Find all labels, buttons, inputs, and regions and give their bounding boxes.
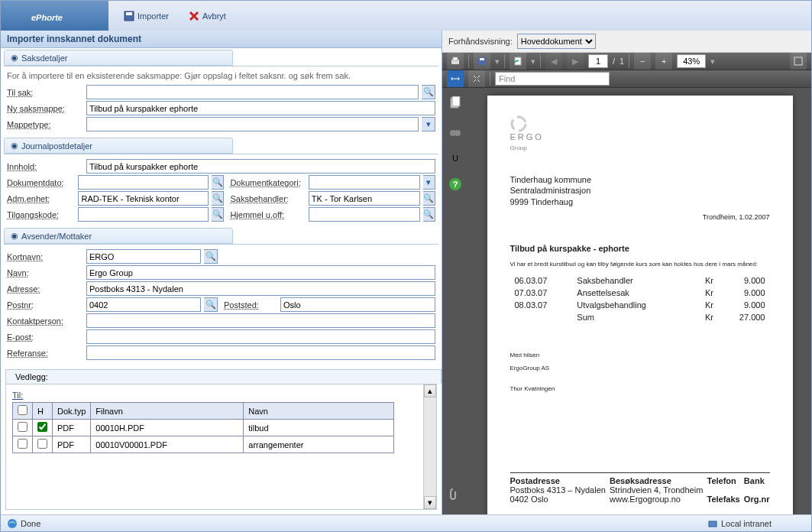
ny-saksmappe-label: Ny saksmappe:: [7, 104, 83, 113]
zone-icon: [707, 518, 718, 529]
save-icon[interactable]: [474, 53, 490, 70]
preview-label: Forhåndsvisning:: [448, 37, 513, 46]
kontakt-input[interactable]: [86, 313, 435, 328]
dokdato-input[interactable]: [78, 175, 209, 190]
saksbehandler-label: Saksbehandler:: [230, 194, 305, 203]
help-icon[interactable]: ?: [448, 177, 463, 192]
tilgang-input[interactable]: [78, 207, 209, 222]
admenhet-input[interactable]: [78, 191, 209, 206]
admenhet-label: Adm.enhet:: [7, 194, 75, 203]
dokdato-lookup[interactable]: 🔍: [212, 175, 224, 190]
mappetype-input[interactable]: [86, 117, 419, 131]
doc-intro: Vi har et bredt kurstilbud og kan tilby …: [510, 261, 770, 268]
attach-icon[interactable]: [510, 53, 526, 70]
hjemmel-lookup[interactable]: 🔍: [423, 207, 435, 222]
col-navn: Navn: [244, 403, 394, 420]
postnr-lookup[interactable]: 🔍: [204, 297, 218, 312]
zoom-input[interactable]: [677, 54, 706, 68]
kortnavn-lookup[interactable]: 🔍: [204, 249, 218, 264]
status-zone: Local intranet: [721, 519, 772, 528]
adresse-input[interactable]: [86, 281, 435, 296]
row-select-checkbox[interactable]: [18, 439, 27, 449]
svg-rect-1: [126, 12, 132, 15]
page-current-input[interactable]: [588, 54, 608, 68]
tab-vedlegg[interactable]: Vedlegg:: [5, 369, 442, 384]
page-title: Importer innskannet dokument: [1, 31, 442, 48]
doc-logo: ERGO: [510, 132, 770, 141]
epost-label: E-post:: [7, 332, 83, 342]
mappetype-label: Mappetype:: [7, 120, 83, 129]
document-page: ERGO Group Tinderhaug kommune Sentraladm…: [487, 96, 793, 514]
next-page-icon[interactable]: ▶: [567, 53, 584, 70]
adresse-label: Adresse:: [7, 284, 83, 294]
status-done: Done: [21, 519, 40, 528]
ergo-logo-icon: [510, 115, 527, 132]
saksbehandler-input[interactable]: [309, 191, 420, 206]
attachment-panel-icon[interactable]: [448, 487, 463, 502]
poststed-label: Poststed:: [224, 300, 277, 310]
poststed-input[interactable]: [280, 297, 435, 312]
admenhet-lookup[interactable]: 🔍: [212, 191, 224, 206]
svg-rect-5: [453, 57, 458, 60]
app-header: ePhorte Importer Avbryt: [1, 1, 811, 31]
til-sak-input[interactable]: [86, 85, 419, 99]
dokkat-dropdown[interactable]: ▾: [423, 175, 435, 190]
svg-point-14: [455, 130, 461, 136]
svg-rect-10: [794, 57, 802, 65]
save-icon: [124, 11, 134, 21]
table-row[interactable]: PDF 00010H.PDF tilbud: [13, 420, 394, 436]
svg-point-19: [512, 117, 526, 131]
postnr-input[interactable]: [86, 297, 201, 312]
preview-select[interactable]: Hoveddokument: [517, 34, 596, 49]
import-button[interactable]: Importer: [116, 8, 176, 24]
fit-page-icon[interactable]: [468, 70, 485, 87]
tilgang-label: Tilgangskode:: [7, 210, 75, 219]
scroll-up[interactable]: ▴: [424, 384, 436, 397]
ny-saksmappe-input[interactable]: [86, 101, 435, 115]
vedlegg-table: H Dok.typ Filnavn Navn PDF 00010H.PDF ti…: [12, 402, 394, 453]
row-select-checkbox[interactable]: [18, 422, 27, 432]
find-input[interactable]: [495, 72, 610, 86]
dokkat-input[interactable]: [309, 175, 420, 190]
zoom-in-icon[interactable]: +: [655, 53, 672, 70]
hjemmel-input[interactable]: [309, 207, 420, 222]
doc-date: Trondheim, 1.02.2007: [510, 213, 770, 221]
kortnavn-input[interactable]: [86, 249, 201, 264]
status-bar: Done Local intranet: [1, 514, 811, 531]
print-icon[interactable]: [447, 53, 464, 70]
mappetype-dropdown[interactable]: ▾: [422, 117, 435, 131]
row-h-checkbox[interactable]: [37, 422, 47, 432]
til-sak-lookup[interactable]: 🔍: [422, 85, 435, 99]
section-saksdetaljer-header[interactable]: ◉ Saksdetaljer: [4, 50, 233, 66]
epost-input[interactable]: [86, 329, 435, 344]
referanse-input[interactable]: [86, 345, 435, 360]
navn-input[interactable]: [86, 265, 435, 280]
scrollbar[interactable]: ▴ ▾: [423, 384, 436, 509]
table-row[interactable]: PDF 00010V00001.PDF arrangementer: [13, 436, 394, 453]
section-journal-header[interactable]: ◉ Journalpostdetaljer: [4, 138, 233, 154]
dokdato-label: Dokumentdato:: [7, 178, 75, 187]
select-all-checkbox[interactable]: [18, 405, 27, 415]
cancel-icon: [189, 11, 199, 21]
page-sep: /: [613, 57, 615, 66]
pages-panel-icon[interactable]: [448, 96, 463, 111]
hjemmel-label: Hjemmel u.off:: [230, 210, 305, 219]
innhold-input[interactable]: [86, 159, 435, 174]
col-doktyp: Dok.typ: [53, 403, 91, 420]
cancel-button[interactable]: Avbryt: [181, 8, 234, 24]
scroll-down[interactable]: ▾: [424, 496, 436, 509]
hint-text: For å importere til en eksisterende saks…: [7, 70, 435, 83]
tilgang-lookup[interactable]: 🔍: [212, 207, 224, 222]
section-avsender-header[interactable]: ◉ Avsender/Mottaker: [4, 228, 233, 244]
binoculars-icon[interactable]: [448, 125, 463, 140]
zoom-out-icon[interactable]: −: [634, 53, 651, 70]
row-h-checkbox[interactable]: [37, 439, 47, 449]
toolbar-extra-icon[interactable]: [790, 53, 807, 70]
innhold-label: Innhold:: [7, 162, 83, 171]
fit-width-icon[interactable]: [447, 70, 464, 87]
collapse-icon: ◉: [11, 141, 18, 151]
prev-page-icon[interactable]: ◀: [545, 53, 562, 70]
page-total: 1: [620, 57, 624, 66]
saksbehandler-lookup[interactable]: 🔍: [423, 191, 435, 206]
til-label: Til:: [12, 391, 23, 400]
